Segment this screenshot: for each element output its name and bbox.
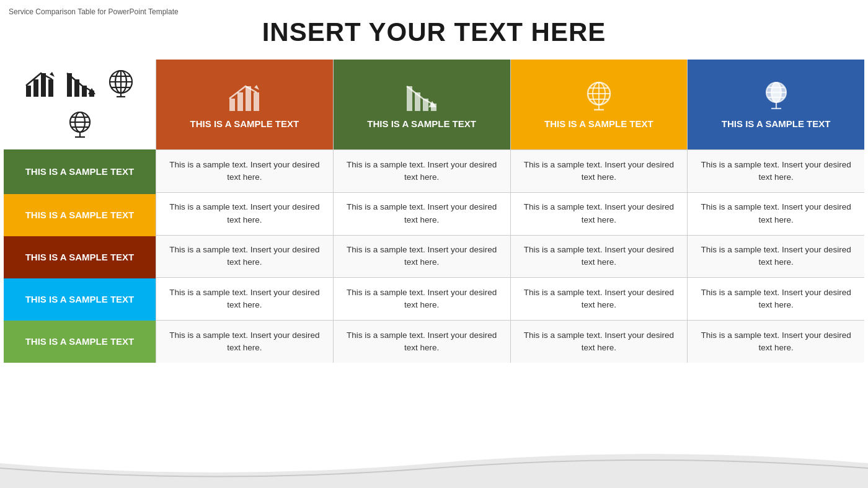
svg-rect-0 [26,86,31,97]
icons-area [4,60,156,149]
col-header-2-text: THIS IS A SAMPLE TEXT [367,118,476,129]
bar-chart-down-icon [63,66,97,101]
col-header-1-text: THIS IS A SAMPLE TEXT [190,118,299,129]
row-label-1: THIS IS A SAMPLE TEXT [4,149,156,194]
row-labels-column: THIS IS A SAMPLE TEXT THIS IS A SAMPLE T… [4,60,156,363]
cell-1-4: This is a sample text. Insert your desir… [156,277,333,320]
data-column-4: THIS IS A SAMPLE TEXT This is a sample t… [687,60,864,363]
data-column-2: THIS IS A SAMPLE TEXT This is a sample t… [333,60,510,363]
data-column-1: THIS IS A SAMPLE TEXT This is a sample t… [156,60,333,363]
globe-stand-small-icon [63,108,97,143]
cell-3-5: This is a sample text. Insert your desir… [511,320,688,363]
col-header-4: THIS IS A SAMPLE TEXT [688,60,864,149]
svg-rect-26 [229,99,235,111]
col-header-1: THIS IS A SAMPLE TEXT [156,60,333,149]
svg-rect-29 [254,92,259,111]
cell-1-1: This is a sample text. Insert your desir… [156,149,333,192]
col-header-2: THIS IS A SAMPLE TEXT [334,60,510,149]
watermark-text: Service Comparison Table for PowerPoint … [9,7,179,16]
cell-4-1: This is a sample text. Insert your desir… [688,149,864,192]
cell-2-5: This is a sample text. Insert your desir… [334,320,510,363]
cell-2-2: This is a sample text. Insert your desir… [334,192,510,235]
cell-4-4: This is a sample text. Insert your desir… [688,277,864,320]
col-header-3-text: THIS IS A SAMPLE TEXT [544,118,653,129]
row-label-4: THIS IS A SAMPLE TEXT [4,278,156,321]
cell-2-1: This is a sample text. Insert your desir… [334,149,510,192]
cell-4-3: This is a sample text. Insert your desir… [688,235,864,278]
svg-rect-2 [41,73,46,97]
data-column-3: THIS IS A SAMPLE TEXT This is a sample t… [510,60,688,363]
svg-rect-3 [48,79,53,97]
cell-1-2: This is a sample text. Insert your desir… [156,192,333,235]
comparison-table: THIS IS A SAMPLE TEXT THIS IS A SAMPLE T… [4,60,864,363]
svg-marker-30 [254,85,259,90]
col-header-3: THIS IS A SAMPLE TEXT [511,60,688,149]
cell-3-2: This is a sample text. Insert your desir… [511,192,688,235]
cell-3-3: This is a sample text. Insert your desir… [511,235,688,278]
cell-1-3: This is a sample text. Insert your desir… [156,235,333,278]
cell-2-4: This is a sample text. Insert your desir… [334,277,510,320]
cell-3-1: This is a sample text. Insert your desir… [511,149,688,192]
svg-rect-27 [237,92,243,111]
bar-chart-up-icon [22,66,56,101]
col-header-4-text: THIS IS A SAMPLE TEXT [722,118,831,129]
globe-filled-icon [104,66,138,101]
cell-4-2: This is a sample text. Insert your desir… [688,192,864,235]
row-label-2: THIS IS A SAMPLE TEXT [4,194,156,236]
svg-rect-1 [33,79,38,97]
cell-2-3: This is a sample text. Insert your desir… [334,235,510,278]
cell-4-5: This is a sample text. Insert your desir… [688,320,864,363]
cell-3-4: This is a sample text. Insert your desir… [511,277,688,320]
svg-rect-28 [246,86,251,111]
cell-1-5: This is a sample text. Insert your desir… [156,320,333,363]
wave-decoration [0,451,868,488]
svg-marker-4 [50,72,55,77]
row-label-3: THIS IS A SAMPLE TEXT [4,236,156,278]
row-label-5: THIS IS A SAMPLE TEXT [4,321,156,363]
